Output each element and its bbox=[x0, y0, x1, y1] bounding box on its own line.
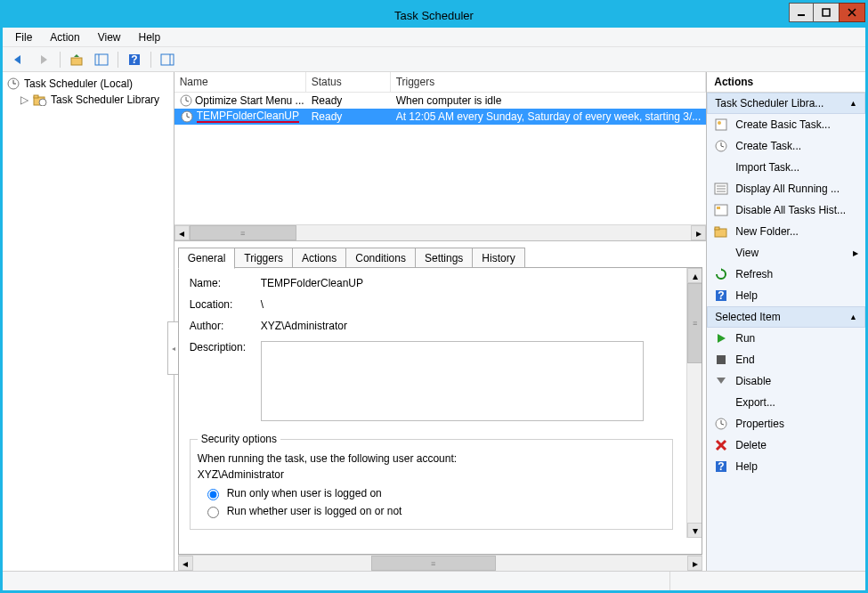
svg-rect-35 bbox=[715, 205, 727, 215]
wizard-icon bbox=[714, 118, 728, 132]
task-row-optimize[interactable]: Optimize Start Menu ... Ready When compu… bbox=[174, 93, 707, 109]
back-button[interactable] bbox=[8, 50, 29, 69]
detail-pane: General Triggers Actions Conditions Sett… bbox=[174, 241, 707, 571]
detail-hscroll-right[interactable]: ▸ bbox=[687, 556, 702, 571]
forward-button[interactable] bbox=[33, 50, 54, 69]
tab-general[interactable]: General bbox=[178, 248, 236, 269]
expand-icon[interactable]: ▷ bbox=[20, 93, 29, 106]
action-view[interactable]: View ▶ bbox=[707, 242, 865, 264]
vscroll-track[interactable]: ≡ bbox=[687, 283, 702, 523]
menu-file[interactable]: File bbox=[8, 29, 39, 45]
maximize-button[interactable] bbox=[813, 3, 840, 22]
close-button[interactable] bbox=[839, 3, 865, 22]
show-hide-tree-button[interactable] bbox=[91, 50, 112, 69]
actions-section2-label: Selected Item bbox=[715, 311, 780, 323]
svg-text:?: ? bbox=[131, 53, 137, 66]
action-new-folder[interactable]: New Folder... bbox=[707, 221, 865, 242]
collapse-icon[interactable]: ▲ bbox=[849, 313, 857, 321]
list-hscroll[interactable]: ◂ ≡ ▸ bbox=[174, 224, 707, 240]
vscroll-down[interactable]: ▾ bbox=[687, 523, 702, 538]
help-toolbar-button[interactable]: ? bbox=[124, 50, 145, 69]
action-disable[interactable]: Disable bbox=[707, 370, 865, 392]
menu-action[interactable]: Action bbox=[43, 29, 86, 45]
hscroll-right[interactable]: ▸ bbox=[691, 225, 706, 240]
action-refresh[interactable]: Refresh bbox=[707, 264, 865, 285]
radio-logged-on[interactable] bbox=[207, 489, 219, 500]
action-create-basic-task[interactable]: Create Basic Task... bbox=[707, 114, 865, 135]
svg-rect-8 bbox=[95, 54, 108, 65]
detail-vscroll[interactable]: ▴ ≡ ▾ bbox=[686, 268, 702, 538]
col-header-status[interactable]: Status bbox=[306, 72, 391, 92]
radio-logged-on-or-not[interactable] bbox=[207, 507, 219, 518]
detail-hscroll-left[interactable]: ◂ bbox=[178, 556, 193, 571]
action-label: Disable All Tasks Hist... bbox=[735, 204, 858, 216]
action-end[interactable]: End bbox=[707, 349, 865, 370]
action-label: Disable bbox=[735, 375, 858, 387]
list-body: Optimize Start Menu ... Ready When compu… bbox=[174, 93, 707, 224]
action-label: Help bbox=[735, 460, 858, 473]
radio-logged-on-label: Run only when user is logged on bbox=[227, 487, 382, 500]
tree-root[interactable]: Task Scheduler (Local) bbox=[4, 76, 172, 92]
action-delete[interactable]: Delete bbox=[707, 435, 865, 456]
svg-marker-4 bbox=[14, 55, 20, 64]
clock-icon bbox=[6, 77, 20, 91]
row-trigger: When computer is idle bbox=[393, 94, 705, 107]
actions-section1-label: Task Scheduler Libra... bbox=[715, 97, 823, 110]
action-properties[interactable]: Properties bbox=[707, 413, 865, 435]
menu-help[interactable]: Help bbox=[132, 29, 168, 45]
tab-conditions[interactable]: Conditions bbox=[345, 248, 416, 269]
action-display-running[interactable]: Display All Running ... bbox=[707, 178, 865, 199]
col-header-name[interactable]: Name bbox=[174, 72, 306, 92]
tab-settings[interactable]: Settings bbox=[415, 248, 473, 269]
menu-view[interactable]: View bbox=[91, 29, 128, 45]
actions-section-selected[interactable]: Selected Item ▲ bbox=[707, 306, 865, 328]
collapse-icon[interactable]: ▲ bbox=[849, 99, 857, 108]
tab-triggers[interactable]: Triggers bbox=[234, 248, 293, 269]
hscroll-track[interactable]: ≡ bbox=[190, 225, 692, 240]
task-clock-icon bbox=[180, 110, 194, 124]
vscroll-thumb[interactable]: ≡ bbox=[687, 283, 702, 363]
list-icon bbox=[714, 182, 728, 196]
action-disable-history[interactable]: Disable All Tasks Hist... bbox=[707, 199, 865, 221]
svg-marker-7 bbox=[74, 54, 79, 57]
show-actions-button[interactable] bbox=[157, 50, 178, 69]
vscroll-up[interactable]: ▴ bbox=[687, 268, 702, 283]
actions-section-library[interactable]: Task Scheduler Libra... ▲ bbox=[707, 93, 865, 114]
tab-body: Name: TEMPFolderCleanUP Location: \ Auth… bbox=[178, 267, 703, 555]
col-header-triggers[interactable]: Triggers bbox=[391, 72, 707, 92]
detail-hscroll-thumb[interactable]: ≡ bbox=[371, 556, 496, 571]
minimize-button[interactable] bbox=[789, 3, 814, 22]
svg-point-19 bbox=[39, 99, 46, 106]
svg-rect-26 bbox=[716, 119, 726, 130]
action-import-task[interactable]: Import Task... bbox=[707, 157, 865, 178]
description-textarea[interactable] bbox=[261, 341, 644, 421]
tree-root-label: Task Scheduler (Local) bbox=[24, 77, 133, 90]
status-bar bbox=[3, 571, 865, 590]
action-help1[interactable]: ? Help bbox=[707, 285, 865, 306]
action-label: End bbox=[735, 353, 858, 366]
tree-child-library[interactable]: ▷ Task Scheduler Library bbox=[4, 92, 172, 108]
action-help2[interactable]: ? Help bbox=[707, 456, 865, 477]
svg-rect-38 bbox=[715, 227, 719, 230]
task-row-tempfolder[interactable]: TEMPFolderCleanUP Ready At 12:05 AM ever… bbox=[174, 109, 707, 125]
properties-icon bbox=[714, 417, 728, 431]
hscroll-left[interactable]: ◂ bbox=[174, 225, 190, 240]
action-export[interactable]: Export... bbox=[707, 392, 865, 413]
action-create-task[interactable]: Create Task... bbox=[707, 135, 865, 157]
action-run[interactable]: Run bbox=[707, 328, 865, 349]
hscroll-thumb[interactable]: ≡ bbox=[190, 225, 296, 240]
detail-hscroll[interactable]: ◂ ≡ ▸ bbox=[178, 555, 703, 571]
svg-text:?: ? bbox=[718, 460, 725, 473]
up-folder-button[interactable] bbox=[66, 50, 87, 69]
title-bar[interactable]: Task Scheduler bbox=[3, 3, 865, 28]
tab-history[interactable]: History bbox=[472, 248, 524, 269]
delete-icon bbox=[714, 438, 728, 452]
actions-header: Actions bbox=[707, 72, 865, 93]
action-label: Refresh bbox=[735, 268, 858, 280]
action-label: Create Basic Task... bbox=[735, 118, 858, 131]
svg-text:?: ? bbox=[718, 289, 725, 302]
action-label: Properties bbox=[735, 418, 858, 430]
detail-hscroll-track[interactable]: ≡ bbox=[193, 556, 688, 571]
menu-bar: File Action View Help bbox=[3, 28, 865, 47]
tab-actions[interactable]: Actions bbox=[292, 248, 346, 269]
